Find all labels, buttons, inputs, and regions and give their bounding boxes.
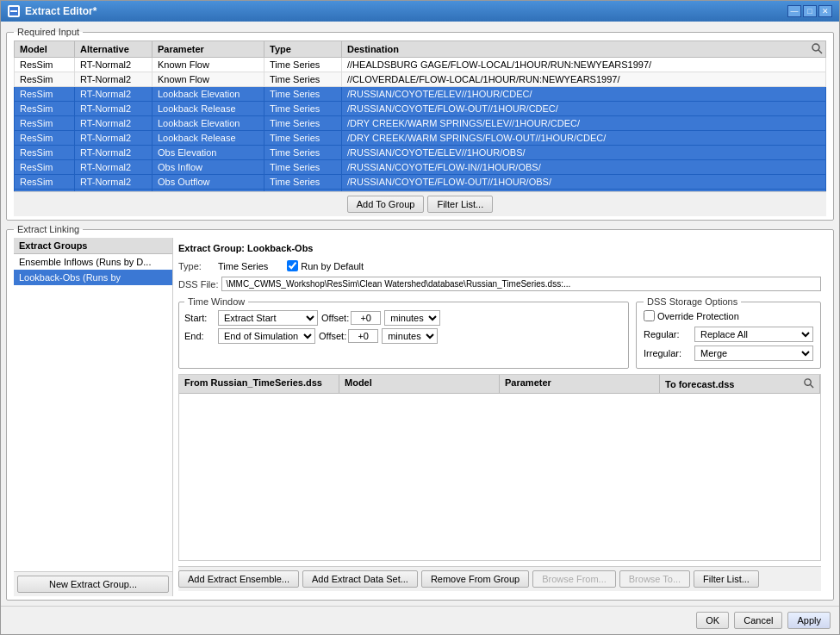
browse-to-button[interactable]: Browse To...: [619, 570, 690, 588]
run-by-default-row: Run by Default: [287, 260, 364, 271]
cell-param: Obs Outflow: [152, 175, 264, 190]
cell-alt: RT-Normal2: [75, 72, 152, 87]
run-by-default-label: Run by Default: [301, 261, 364, 271]
dss-storage-box: DSS Storage Options Override Protection …: [636, 296, 821, 369]
cell-type: Time Series: [264, 160, 342, 175]
extract-bottom-buttons: Add Extract Ensemble... Add Extract Data…: [178, 566, 821, 591]
cell-type: Time Series: [264, 87, 342, 102]
time-window-box: Time Window Start: Extract Start Start o…: [178, 296, 629, 369]
dss-file-input[interactable]: [221, 277, 821, 291]
mapping-search-icon[interactable]: [803, 377, 814, 390]
cell-dest: //CLOVERDALE/FLOW-LOCAL/1HOUR/RUN:NEWYEA…: [342, 72, 826, 87]
new-extract-group-button[interactable]: New Extract Group...: [17, 576, 169, 593]
run-by-default-checkbox[interactable]: [287, 260, 298, 271]
cell-alt: RT-Normal2: [75, 58, 152, 72]
cell-dest: /RUSSIAN/COYOTE/FLOW-OUT//1HOUR/CDEC/: [342, 102, 826, 116]
table-row[interactable]: ResSim RT-Normal2 Known Flow Time Series…: [15, 72, 826, 87]
extract-linking-inner: Extract Groups Ensemble Inflows (Runs by…: [14, 238, 826, 596]
override-protection-checkbox[interactable]: [644, 310, 655, 321]
required-input-scroll[interactable]: Model Alternative Parameter Type Destina…: [14, 40, 826, 191]
cell-type: Time Series: [264, 58, 342, 72]
irregular-select[interactable]: Merge Replace All Replace Missing: [694, 346, 813, 361]
table-row[interactable]: ResSim RT-Normal2 Lookback Elevation Tim…: [15, 116, 826, 131]
cell-model: ResSim: [15, 160, 75, 175]
add-to-group-button[interactable]: Add To Group: [347, 196, 425, 213]
table-row[interactable]: ResSim RT-Normal2 Known Flow Time Series…: [15, 58, 826, 72]
extract-editor-window: Extract Editor* — □ ✕ Required Input: [0, 0, 840, 635]
apply-button[interactable]: Apply: [787, 612, 831, 629]
browse-from-button[interactable]: Browse From...: [532, 570, 616, 588]
svg-point-4: [805, 379, 811, 385]
start-label: Start:: [184, 313, 215, 323]
cell-model: ResSim: [15, 146, 75, 160]
ok-button[interactable]: OK: [696, 612, 729, 629]
cell-alt: RT-Normal2: [75, 160, 152, 175]
col-header-type: Type: [264, 41, 342, 58]
irregular-row: Irregular: Merge Replace All Replace Mis…: [644, 346, 813, 361]
dss-storage-legend: DSS Storage Options: [644, 296, 741, 307]
irregular-label: Irregular:: [644, 348, 691, 358]
start-offset-box: Offset:: [321, 311, 381, 325]
cancel-button[interactable]: Cancel: [734, 612, 782, 629]
add-extract-dataset-button[interactable]: Add Extract Data Set...: [302, 570, 418, 588]
table-row[interactable]: ResSim RT-Normal2 Lookback Elevation Tim…: [15, 87, 826, 102]
cell-dest: /DRY CREEK/WARM SPRINGS/FLOW-OUT//1HOUR/…: [342, 131, 826, 146]
add-extract-ensemble-button[interactable]: Add Extract Ensemble...: [178, 570, 299, 588]
list-item[interactable]: Ensemble Inflows (Runs by D...: [14, 254, 172, 270]
maximize-button[interactable]: □: [803, 5, 817, 17]
filter-list-button[interactable]: Filter List...: [427, 196, 493, 213]
title-bar: Extract Editor* — □ ✕: [1, 1, 839, 22]
end-offset-input[interactable]: [348, 329, 378, 343]
cell-type: Time Series: [264, 72, 342, 87]
extract-linking-section: Extract Linking Extract Groups Ensemble …: [6, 224, 834, 601]
cell-dest: /RUSSIAN/COYOTE/FLOW-IN//1HOUR/OBS/: [342, 160, 826, 175]
regular-select[interactable]: Replace All Replace Missing Merge: [694, 327, 813, 342]
col-header-model: Model: [339, 375, 500, 393]
required-input-table-container: Model Alternative Parameter Type Destina…: [14, 40, 826, 191]
cell-alt: RT-Normal2: [75, 131, 152, 146]
cell-dest: /DRY CREEK/WARM SPRINGS/FLOW-IN//1HOUR/O…: [342, 190, 826, 192]
start-select[interactable]: Extract Start Start of Simulation Custom: [218, 310, 318, 326]
start-row: Start: Extract Start Start of Simulation…: [184, 310, 623, 326]
remove-from-group-button[interactable]: Remove From Group: [421, 570, 529, 588]
type-label: Type:: [178, 261, 213, 271]
end-row: End: End of Simulation Extract End Custo…: [184, 328, 623, 344]
cell-dest: /RUSSIAN/COYOTE/ELEV//1HOUR/OBS/: [342, 146, 826, 160]
close-button[interactable]: ✕: [818, 5, 832, 17]
window-title: Extract Editor*: [25, 5, 96, 17]
col-header-model: Model: [15, 41, 75, 58]
end-offset-unit-select[interactable]: minutes hours days: [382, 328, 438, 344]
table-search-icon[interactable]: [811, 42, 823, 56]
col-header-to: To forecast.dss: [660, 375, 820, 393]
cell-type: Time Series: [264, 146, 342, 160]
cell-dest: /RUSSIAN/COYOTE/ELEV//1HOUR/CDEC/: [342, 87, 826, 102]
override-protection-row: Override Protection: [644, 310, 813, 321]
col-header-param: Parameter: [152, 41, 264, 58]
table-row[interactable]: ResSim RT-Normal2 Obs Elevation Time Ser…: [15, 146, 826, 160]
table-row[interactable]: ResSim RT-Normal2 Obs Inflow Time Series…: [15, 160, 826, 175]
col-header-parameter: Parameter: [500, 375, 660, 393]
extract-groups-title: Extract Groups: [14, 238, 172, 254]
minimize-button[interactable]: —: [787, 5, 801, 17]
table-row[interactable]: ResSim RT-Normal2 Obs Outflow Time Serie…: [15, 175, 826, 190]
add-to-group-row: Add To Group Filter List...: [14, 191, 826, 216]
start-offset-input[interactable]: [351, 311, 381, 325]
col-header-alt: Alternative: [75, 41, 152, 58]
extract-group-title: Extract Group: Lookback-Obs: [178, 243, 821, 253]
time-and-storage-row: Time Window Start: Extract Start Start o…: [178, 296, 821, 369]
cell-dest: //HEALDSBURG GAGE/FLOW-LOCAL/1HOUR/RUN:N…: [342, 58, 826, 72]
end-select[interactable]: End of Simulation Extract End Custom: [218, 328, 315, 344]
cell-param: Lookback Release: [152, 102, 264, 116]
cell-param: Lookback Elevation: [152, 116, 264, 131]
list-item[interactable]: Lookback-Obs (Runs by: [14, 270, 172, 285]
required-input-table: Model Alternative Parameter Type Destina…: [14, 40, 826, 191]
extract-linking-title: Extract Linking: [14, 224, 83, 234]
table-row[interactable]: ResSim RT-Normal2 Lookback Release Time …: [15, 102, 826, 116]
cell-alt: RT-Normal2: [75, 102, 152, 116]
table-row[interactable]: ResSim RT-Normal2 Obs Elevation Time Ser…: [15, 190, 826, 192]
start-offset-unit-select[interactable]: minutes hours days: [384, 310, 440, 326]
table-row[interactable]: ResSim RT-Normal2 Lookback Release Time …: [15, 131, 826, 146]
cell-param: Lookback Release: [152, 131, 264, 146]
right-filter-list-button[interactable]: Filter List...: [694, 570, 759, 588]
cell-model: ResSim: [15, 102, 75, 116]
